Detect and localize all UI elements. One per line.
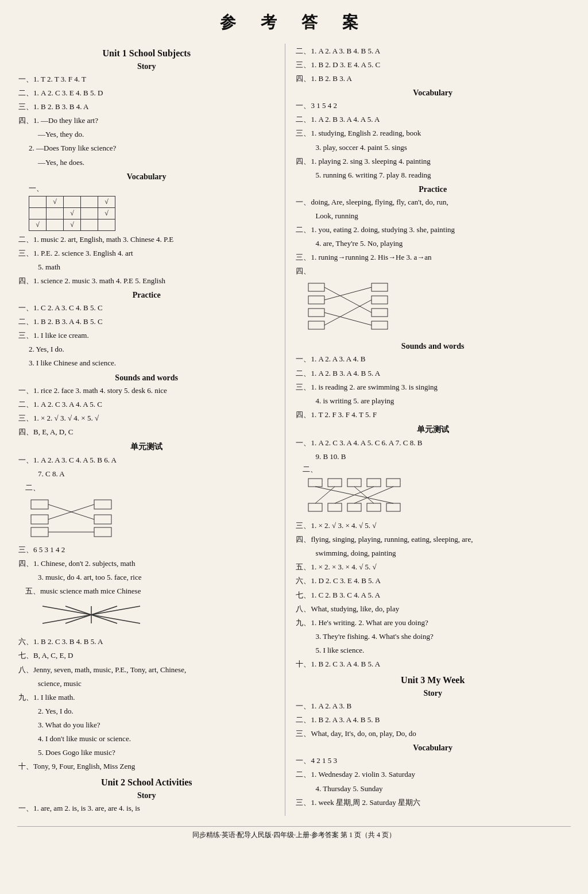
u2-ut-10: 十、1. B 2. C 3. A 4. B 5. A	[295, 658, 571, 670]
right-column: 二、1. A 2. A 3. B 4. B 5. A 三、1. B 2. D 3…	[285, 44, 571, 816]
unit-test-title-1: 单元测试	[17, 442, 276, 452]
match-svg-1	[25, 494, 140, 540]
u2-sounds-2: 二、1. A 2. B 3. A 4. B 5. A	[295, 367, 571, 380]
cell-3-2	[47, 219, 64, 230]
wu-label: 五、music science math mice Chinese	[25, 586, 276, 596]
u3-vocab-3: 三、1. week 星期,周 2. Saturday 星期六	[295, 796, 571, 809]
story-ans-1: 一、1. T 2. T 3. F 4. T	[17, 73, 276, 86]
svg-rect-30	[347, 479, 361, 487]
u2-prac-1b: Look, running	[295, 210, 571, 222]
u3-vocab-2: 二、1. Wednesday 2. violin 3. Saturday	[295, 768, 571, 781]
svg-rect-2	[31, 527, 48, 537]
svg-rect-21	[372, 296, 388, 304]
svg-line-24	[324, 287, 372, 313]
u2-vocab-2: 二、1. A 2. B 3. A 4. A 5. A	[295, 113, 571, 126]
u2-ut-9c: 5. I like science.	[295, 644, 571, 657]
story-ans-2: 二、1. A 2. C 3. E 4. B 5. D	[17, 87, 276, 99]
u2-sounds-3b: 4. is writing 5. are playing	[295, 395, 571, 407]
u2-vocab-4b: 5. running 6. writing 7. play 8. reading	[295, 169, 571, 182]
svg-rect-34	[328, 503, 342, 511]
u2-ut-6: 六、1. D 2. C 3. E 4. B 5. A	[295, 575, 571, 587]
cell-1-5: √	[98, 196, 115, 207]
u2-ut-8: 八、What, studying, like, do, play	[295, 603, 571, 615]
svg-rect-4	[94, 515, 111, 524]
svg-rect-0	[31, 500, 48, 509]
prac-ans-3: 三、1. I like ice cream.	[17, 329, 276, 342]
svg-rect-1	[31, 515, 48, 524]
story-ans-4c: —Yes, he does.	[17, 156, 276, 169]
x-diagram-1	[25, 598, 276, 634]
cell-3-3: √	[64, 219, 81, 230]
svg-rect-17	[308, 296, 324, 304]
u2-story-r-3: 四、1. B 2. B 3. A	[295, 72, 571, 85]
unit-test-title-2: 单元测试	[295, 425, 571, 435]
u2-ut-3: 三、1. × 2. √ 3. × 4. √ 5. √	[295, 519, 571, 532]
svg-rect-36	[367, 503, 381, 511]
ut-ans-4b: 3. music, do 4. art, too 5. face, rice	[17, 571, 276, 584]
u3-vocab-1: 一、4 2 1 5 3	[295, 754, 571, 767]
main-title: 参 考 答 案	[17, 11, 571, 33]
svg-line-26	[324, 313, 372, 325]
vocab-ans-3: 三、1. P.E. 2. science 3. English 4. art	[17, 247, 276, 260]
sounds-ans-2: 二、1. A 2. C 3. A 4. A 5. C	[17, 398, 276, 411]
story-ans-4: 四、1. —Do they like art?	[17, 114, 276, 127]
svg-rect-22	[372, 309, 388, 317]
svg-rect-5	[94, 527, 111, 537]
u2-ut-1b: 9. B 10. B	[295, 450, 571, 463]
cell-1-2: √	[47, 196, 64, 207]
unit2-title: Unit 2 School Activities	[17, 777, 276, 788]
ut-ans-9b: 2. Yes, I do.	[17, 705, 276, 718]
ut-ans-10: 十、Tony, 9, Four, English, Miss Zeng	[17, 760, 276, 773]
svg-rect-3	[94, 500, 111, 509]
u3-vocab-2b: 4. Thursday 5. Sunday	[295, 783, 571, 795]
vocab-ans-2: 二、1. music 2. art, English, math 3. Chin…	[17, 233, 276, 246]
ut-ans-9: 九、1. I like math.	[17, 691, 276, 704]
x-svg-1	[25, 598, 163, 632]
u2-story-r-1: 二、1. A 2. A 3. B 4. B 5. A	[295, 45, 571, 57]
ut-ans-1b: 7. C 8. A	[17, 468, 276, 480]
unit2-story-title: Story	[17, 791, 276, 800]
prac-ans-3c: 3. I like Chinese and science.	[17, 357, 276, 369]
u2-sounds-4: 四、1. T 2. F 3. F 4. T 5. F	[295, 409, 571, 421]
story-title: Story	[17, 62, 276, 71]
cell-2-3: √	[64, 207, 81, 219]
match-diagram-3	[303, 476, 571, 518]
svg-rect-23	[372, 321, 388, 329]
u2-prac-2b: 4. are, They're 5. No, playing	[295, 237, 571, 250]
u2-ut-4: 四、flying, singing, playing, running, eat…	[295, 533, 571, 546]
svg-line-41	[335, 487, 374, 503]
u2-story-ans-1: 一、1. are, am 2. is, is 3. are, are 4. is…	[17, 802, 276, 815]
u2-sounds-1: 一、1. A 2. A 3. A 4. B	[295, 353, 571, 365]
ut-ans-4: 四、1. Chinese, don't 2. subjects, math	[17, 557, 276, 570]
svg-rect-29	[328, 479, 342, 487]
u3-story-2: 二、1. B 2. A 3. A 4. B 5. B	[295, 714, 571, 726]
story-ans-3: 三、1. B 2. B 3. B 4. A	[17, 101, 276, 113]
u2-sounds-3: 三、1. is reading 2. are swimming 3. is si…	[295, 381, 571, 394]
unit1-title: Unit 1 School Subjects	[17, 48, 276, 59]
cell-2-4	[81, 207, 98, 219]
story-ans-4b: 2. —Does Tony like science?	[17, 142, 276, 155]
svg-rect-16	[308, 283, 324, 291]
svg-line-25	[324, 287, 372, 300]
u2-ut-1: 一、1. A 2. C 3. A 4. A 5. C 6. A 7. C 8. …	[295, 437, 571, 449]
u2-prac-3: 三、1. runing→running 2. His→He 3. a→an	[295, 251, 571, 264]
match-svg-3	[303, 476, 463, 516]
u2-vocab-3: 三、1. studying, English 2. reading, book	[295, 127, 571, 140]
match-diagram-label-1: 二、	[25, 483, 276, 493]
vocab-title-2: Vocabulary	[295, 88, 571, 98]
ut-ans-9c: 3. What do you like?	[17, 719, 276, 731]
cell-3-4	[81, 219, 98, 230]
footer: 同步精练·英语·配导人民版·四年级·上册·参考答案 第 1 页（共 4 页）	[17, 826, 571, 840]
svg-line-42	[354, 487, 393, 503]
u2-vocab-3b: 3. play, soccer 4. paint 5. sings	[295, 141, 571, 154]
practice-title-1: Practice	[17, 291, 276, 300]
match-diagram-1	[25, 494, 276, 542]
prac-ans-3b: 2. Yes, I do.	[17, 343, 276, 356]
cell-1-3	[64, 196, 81, 207]
left-column: Unit 1 School Subjects Story 一、1. T 2. T…	[17, 44, 285, 816]
sounds-ans-1: 一、1. rice 2. face 3. math 4. story 5. de…	[17, 384, 276, 397]
page: 参 考 答 案 Unit 1 School Subjects Story 一、1…	[0, 0, 588, 894]
u2-vocab-4: 四、1. playing 2. sing 3. sleeping 4. pain…	[295, 155, 571, 168]
svg-rect-32	[386, 479, 400, 487]
match-svg-2	[303, 279, 417, 336]
